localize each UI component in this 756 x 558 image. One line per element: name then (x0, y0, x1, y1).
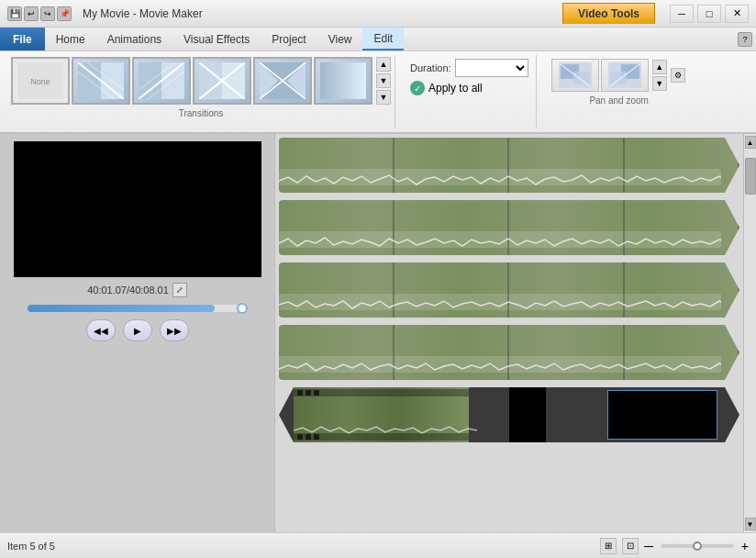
vertical-scrollbar[interactable]: ▲ ▼ (743, 134, 756, 532)
svg-rect-12 (199, 62, 222, 99)
transition-fade[interactable] (314, 57, 372, 105)
transition-none[interactable]: None (11, 57, 70, 105)
svg-text:None: None (30, 77, 50, 86)
zoom-slider[interactable] (661, 544, 734, 548)
menu-file[interactable]: File (0, 28, 45, 50)
progress-fill (28, 305, 215, 312)
timeline-panel (275, 134, 743, 532)
track5-black2 (607, 390, 717, 440)
transitions-scroll: ▲ ▼ ▼ (376, 57, 391, 105)
waveform-1 (279, 173, 721, 189)
close-button[interactable]: ✕ (725, 5, 749, 23)
title-bar-right-area: Video Tools ─ □ ✕ (562, 3, 749, 24)
pan-zoom-buttons-row: ▲ ▼ ⚙ (551, 59, 687, 92)
transitions-scroll-up[interactable]: ▲ (376, 57, 391, 72)
status-icon-2[interactable]: ⊡ (622, 538, 639, 554)
preview-screen (14, 141, 261, 277)
menu-visual-effects[interactable]: Visual Effects (172, 28, 261, 50)
pan-zoom-btn-1[interactable] (551, 59, 599, 92)
transition-diagonal1[interactable] (72, 57, 130, 105)
pan-zoom-section: ▲ ▼ ⚙ Pan and zoom (544, 55, 695, 128)
scroll-up-btn[interactable]: ▲ (745, 136, 756, 149)
pan-zoom-extra: ▲ ▼ (652, 60, 667, 91)
zoom-in-btn[interactable]: + (741, 539, 749, 553)
menu-animations[interactable]: Animations (96, 28, 172, 50)
film-holes-top (294, 389, 469, 396)
menu-bar-right: ? (738, 32, 756, 47)
apply-all-icon: ✓ (410, 81, 425, 95)
ribbon: None (0, 51, 756, 134)
window-title: My Movie - Movie Maker (83, 7, 203, 20)
preview-panel: 40:01.07/40:08.01 ⤢ ◀◀ ▶ ▶▶ (0, 134, 275, 532)
transition-x[interactable] (253, 57, 312, 105)
transitions-section: None (7, 55, 395, 128)
zoom-thumb (693, 541, 702, 551)
transitions-scroll-more[interactable]: ▼ (376, 90, 391, 105)
next-frame-button[interactable]: ▶▶ (160, 319, 189, 341)
duration-section: Duration: ✓ Apply to all (403, 55, 537, 128)
svg-rect-24 (573, 72, 590, 84)
status-icon-1[interactable]: ⊞ (600, 538, 617, 554)
timeline-track-2[interactable] (279, 200, 739, 255)
pan-zoom-grid (551, 59, 649, 92)
transitions-items-row: None (11, 57, 391, 105)
title-bar: 💾 ↩ ↪ 📌 My Movie - Movie Maker Video Too… (0, 0, 756, 28)
menu-edit[interactable]: Edit (362, 28, 404, 50)
timeline-track-4[interactable] (279, 325, 739, 380)
timeline-track-3[interactable] (279, 262, 739, 318)
preview-fullscreen-icon[interactable]: ⤢ (172, 283, 187, 297)
status-bar: Item 5 of 5 ⊞ ⊡ ─ + (0, 532, 756, 558)
play-button[interactable]: ▶ (123, 319, 152, 341)
svg-rect-13 (222, 62, 245, 99)
svg-rect-28 (610, 72, 627, 84)
video-tools-tab[interactable]: Video Tools (562, 3, 655, 24)
minimize-button[interactable]: ─ (670, 5, 694, 23)
title-bar-left: 💾 ↩ ↪ 📌 My Movie - Movie Maker (7, 6, 203, 21)
undo-icon[interactable]: ↩ (24, 6, 39, 21)
pin-icon[interactable]: 📌 (57, 6, 72, 21)
status-text: Item 5 of 5 (7, 541, 55, 552)
film-hole (314, 390, 319, 396)
timeline-area: ▲ ▼ (275, 134, 756, 532)
transition-diagonal2[interactable] (132, 57, 191, 105)
timeline-track-5[interactable] (279, 387, 739, 442)
scroll-track (745, 149, 756, 518)
help-icon[interactable]: ? (738, 32, 752, 47)
prev-frame-button[interactable]: ◀◀ (86, 319, 116, 341)
waveform-2 (279, 235, 721, 251)
zoom-out-btn[interactable]: ─ (644, 539, 653, 553)
pan-zoom-custom[interactable]: ⚙ (671, 68, 685, 83)
main-content: 40:01.07/40:08.01 ⤢ ◀◀ ▶ ▶▶ (0, 134, 756, 532)
waveform-5 (294, 424, 524, 437)
pan-zoom-scroll-down[interactable]: ▼ (652, 76, 667, 91)
preview-time: 40:01.07/40:08.01 ⤢ (87, 283, 187, 297)
scroll-thumb[interactable] (745, 158, 756, 195)
save-icon[interactable]: 💾 (7, 6, 22, 21)
scroll-down-btn[interactable]: ▼ (745, 518, 756, 530)
pan-zoom-scroll-up[interactable]: ▲ (652, 60, 667, 74)
maximize-button[interactable]: □ (697, 5, 721, 23)
menu-project[interactable]: Project (261, 28, 317, 50)
film-hole (306, 390, 311, 396)
pan-zoom-more: ⚙ (669, 68, 687, 83)
redo-icon[interactable]: ↪ (40, 6, 55, 21)
duration-dropdown[interactable] (455, 59, 528, 77)
menu-view[interactable]: View (317, 28, 363, 50)
apply-all-label: Apply to all (428, 82, 483, 95)
progress-thumb (237, 303, 248, 314)
progress-bar[interactable] (28, 305, 248, 312)
svg-rect-21 (320, 62, 366, 99)
timeline-track-1[interactable] (279, 138, 739, 193)
playback-controls: ◀◀ ▶ ▶▶ (86, 319, 189, 341)
pan-zoom-btn-2[interactable] (601, 59, 649, 92)
transition-cross[interactable] (193, 57, 251, 105)
apply-all-button[interactable]: ✓ Apply to all (410, 81, 528, 95)
menu-home[interactable]: Home (45, 28, 96, 50)
menu-bar: File Home Animations Visual Effects Proj… (0, 28, 756, 51)
transitions-scroll-down[interactable]: ▼ (376, 73, 391, 88)
zoom-controls: ─ + (644, 539, 749, 553)
film-hole (297, 390, 303, 396)
status-right: ⊞ ⊡ ─ + (600, 538, 749, 554)
waveform-4 (279, 360, 721, 376)
pan-zoom-label: Pan and zoom (589, 95, 649, 106)
